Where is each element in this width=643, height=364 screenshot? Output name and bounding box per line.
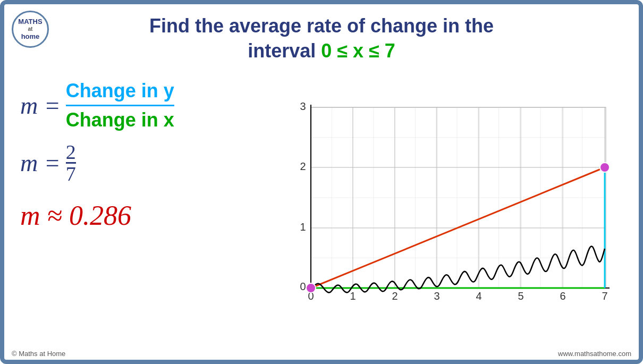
svg-text:5: 5 xyxy=(518,290,523,302)
graph-container: 0 1 2 3 4 5 6 7 0 1 2 3 xyxy=(284,102,614,315)
fraction-value-block: m = 2 7 xyxy=(20,142,265,184)
logo-at: at xyxy=(28,26,33,32)
logo-maths: MATHS xyxy=(18,18,42,26)
logo-home: home xyxy=(21,32,40,41)
main-container: MATHS at home Find the average rate of c… xyxy=(0,0,643,364)
fraction-numeric: 2 7 xyxy=(66,142,76,184)
svg-text:3: 3 xyxy=(300,102,306,112)
graph-svg: 0 1 2 3 4 5 6 7 0 1 2 3 xyxy=(284,102,614,315)
header-interval: 0 ≤ x ≤ 7 xyxy=(321,40,395,62)
left-panel: m = Change in y Change in x m = 2 7 m ≈ … xyxy=(20,74,265,342)
right-panel: 0 1 2 3 4 5 6 7 0 1 2 3 xyxy=(275,74,623,342)
m-equals-label: m = xyxy=(20,91,61,120)
footer: © Maths at Home www.mathsathome.com xyxy=(4,348,639,360)
svg-text:6: 6 xyxy=(560,290,565,302)
svg-text:1: 1 xyxy=(300,221,306,233)
svg-point-47 xyxy=(600,163,610,172)
formula-block: m = Change in y Change in x xyxy=(20,80,265,131)
svg-text:1: 1 xyxy=(350,290,356,302)
content-area: m = Change in y Change in x m = 2 7 m ≈ … xyxy=(4,69,639,348)
fraction-divider xyxy=(66,105,174,106)
svg-text:2: 2 xyxy=(392,290,397,302)
footer-left: © Maths at Home xyxy=(12,350,65,358)
frac-numerator-val: 2 xyxy=(66,142,76,162)
svg-text:3: 3 xyxy=(434,290,439,302)
m-equals-label2: m = xyxy=(20,149,61,177)
approx-value: m ≈ 0.286 xyxy=(20,200,131,231)
header-line2-prefix: interval xyxy=(248,40,321,62)
fraction-numerator: Change in y xyxy=(66,80,174,104)
fraction-change: Change in y Change in x xyxy=(66,80,174,131)
logo: MATHS at home xyxy=(12,11,49,48)
svg-text:4: 4 xyxy=(476,290,481,302)
approx-block: m ≈ 0.286 xyxy=(20,200,265,231)
svg-point-46 xyxy=(306,283,316,293)
fraction-denominator: Change in x xyxy=(66,107,174,131)
svg-text:0: 0 xyxy=(300,281,306,292)
svg-text:7: 7 xyxy=(602,290,607,302)
footer-right: www.mathsathome.com xyxy=(558,350,631,358)
frac-denominator-val: 7 xyxy=(66,164,76,184)
page-title: Find the average rate of change in the i… xyxy=(4,4,639,69)
svg-text:2: 2 xyxy=(300,160,306,172)
header-line1: Find the average rate of change in the xyxy=(149,15,494,37)
